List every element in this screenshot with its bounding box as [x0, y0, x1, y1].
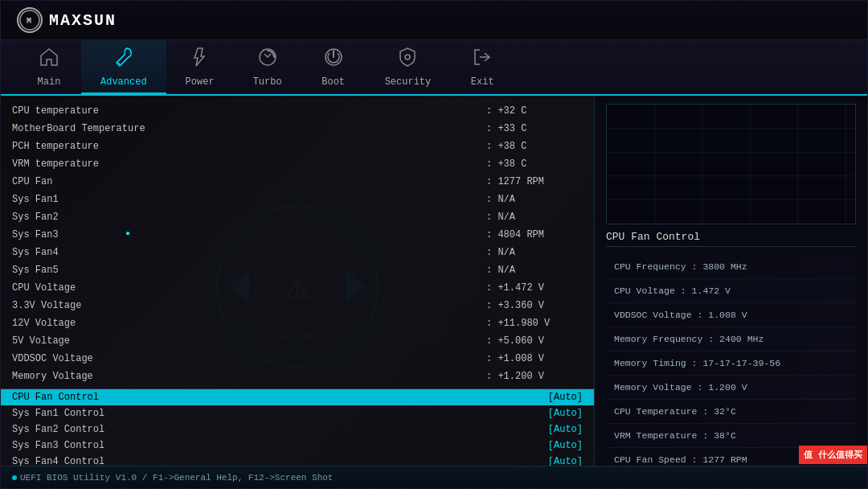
- fan-control-sys3[interactable]: Sys Fan3 Control [Auto]: [1, 438, 594, 454]
- info-cpu-freq: CPU Frequency : 3800 MHz: [606, 255, 856, 279]
- svg-marker-3: [194, 48, 204, 66]
- sensor-row-sysfan2: Sys Fan2 : N/A: [1, 208, 594, 226]
- nav-item-advanced[interactable]: Advanced: [81, 40, 166, 94]
- watermark: 值 什么值得买: [799, 446, 867, 464]
- sensor-row-cpu-temp: CPU temperature : +32 C: [1, 102, 594, 120]
- sensor-row-mb-temp: MotherBoard Temperature : +33 C: [1, 120, 594, 138]
- status-dot: [12, 475, 17, 480]
- sensor-row-sysfan3: Sys Fan3 ● : 4804 RPM: [1, 226, 594, 244]
- svg-point-7: [405, 55, 410, 60]
- power-icon: [190, 47, 211, 73]
- exit-icon: [472, 47, 493, 73]
- turbo-icon: [257, 47, 278, 73]
- shield-icon: [397, 47, 418, 73]
- logo-icon: M: [17, 7, 43, 33]
- sensor-row-sysfan4: Sys Fan4 : N/A: [1, 244, 594, 261]
- nav-label-power: Power: [186, 76, 215, 88]
- info-mem-voltage: Memory Voltage : 1.200 V: [606, 376, 856, 400]
- info-grid: CPU Frequency : 3800 MHz CPU Voltage : 1…: [606, 255, 856, 472]
- nav-label-turbo: Turbo: [253, 76, 282, 88]
- nav-label-advanced: Advanced: [100, 76, 147, 88]
- sensor-row-sysfan5: Sys Fan5 : N/A: [1, 261, 594, 279]
- home-icon: [39, 47, 59, 73]
- left-panel: ⚠ CAUTION MAXSUN GAMING CREATOR CPU temp…: [1, 96, 594, 476]
- info-vddsoc: VDDSOC Voltage : 1.008 V: [606, 303, 856, 327]
- status-bar: UEFI BIOS Utility V1.0 / F1->General Hel…: [1, 466, 867, 488]
- sensor-row-vrm-temp: VRM temperature : +38 C: [1, 155, 594, 173]
- sensor-row-vddsoc: VDDSOC Voltage : +1.008 V: [1, 350, 594, 368]
- right-panel: CPU Fan Control CPU Frequency : 3800 MHz…: [594, 96, 867, 476]
- sensor-row-sysfan1: Sys Fan1 : N/A: [1, 191, 594, 208]
- nav-item-exit[interactable]: Exit: [450, 40, 514, 94]
- bios-container: M MAXSUN Main Advanced: [0, 0, 868, 489]
- sensor-table: CPU temperature : +32 C MotherBoard Temp…: [1, 102, 594, 385]
- header: M MAXSUN: [1, 1, 867, 40]
- sensor-row-33v: 3.3V Voltage : +3.360 V: [1, 297, 594, 314]
- info-mem-timing: Memory Timing : 17-17-17-39-56: [606, 351, 856, 376]
- sensor-row-5v: 5V Voltage : +5.060 V: [1, 332, 594, 350]
- fan-control-sys2[interactable]: Sys Fan2 Control [Auto]: [1, 421, 594, 438]
- fan-chart: [606, 104, 856, 224]
- main-content: ⚠ CAUTION MAXSUN GAMING CREATOR CPU temp…: [1, 96, 867, 476]
- nav-label-security: Security: [385, 76, 432, 88]
- boot-icon: [323, 47, 344, 73]
- status-text: UEFI BIOS Utility V1.0 / F1->General Hel…: [20, 473, 333, 483]
- right-panel-title: CPU Fan Control: [606, 231, 856, 247]
- nav-label-boot: Boot: [321, 76, 345, 88]
- nav-bar: Main Advanced Power: [1, 40, 867, 96]
- nav-item-boot[interactable]: Boot: [301, 40, 366, 94]
- nav-label-exit: Exit: [471, 76, 494, 88]
- nav-item-security[interactable]: Security: [366, 40, 451, 94]
- nav-item-turbo[interactable]: Turbo: [234, 40, 301, 94]
- fan-control-cpu[interactable]: CPU Fan Control [Auto]: [1, 389, 594, 405]
- info-vrm-temp: VRM Temperature : 38°C: [606, 424, 856, 448]
- svg-text:M: M: [27, 17, 33, 26]
- sensor-row-pch-temp: PCH temperature : +38 C: [1, 138, 594, 155]
- logo-text: MAXSUN: [49, 11, 117, 30]
- sensor-row-mem-voltage: Memory Voltage : +1.200 V: [1, 368, 594, 385]
- wrench-icon: [113, 47, 134, 73]
- fan-control-section: CPU Fan Control [Auto] Sys Fan1 Control …: [1, 388, 594, 476]
- sensor-row-cpu-fan: CPU Fan : 1277 RPM: [1, 173, 594, 191]
- fan-control-sys1[interactable]: Sys Fan1 Control [Auto]: [1, 405, 594, 421]
- nav-item-power[interactable]: Power: [166, 40, 234, 94]
- sensor-row-cpu-voltage: CPU Voltage : +1.472 V: [1, 279, 594, 297]
- info-mem-freq: Memory Frequency : 2400 MHz: [606, 327, 856, 351]
- nav-item-main[interactable]: Main: [17, 40, 81, 94]
- nav-label-main: Main: [38, 76, 61, 88]
- sensor-row-12v: 12V Voltage : +11.980 V: [1, 314, 594, 332]
- info-cpu-temp: CPU Temperature : 32°C: [606, 400, 856, 424]
- logo: M MAXSUN: [17, 7, 117, 33]
- info-cpu-voltage: CPU Voltage : 1.472 V: [606, 279, 856, 303]
- watermark-text: 值 什么值得买: [804, 450, 862, 460]
